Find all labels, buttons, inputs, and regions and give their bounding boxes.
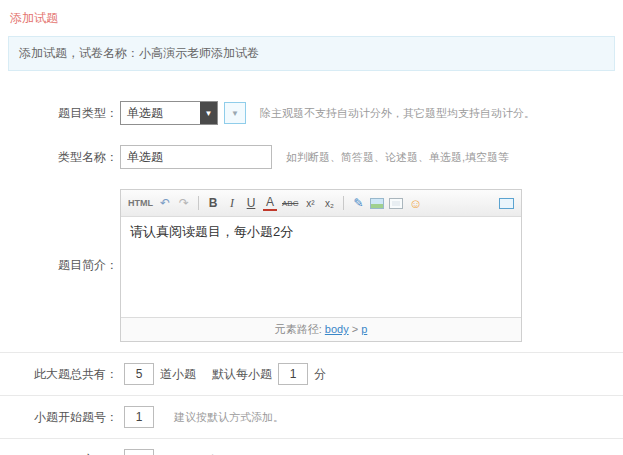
- screenshot-icon[interactable]: [389, 198, 403, 209]
- element-path-body-link[interactable]: body: [325, 323, 349, 335]
- subquestion-count-unit: 道小题: [160, 366, 196, 383]
- question-type-hint: 除主观题不支持自动计分外，其它题型均支持自动计分。: [260, 106, 535, 121]
- remove-format-icon[interactable]: ✎: [351, 194, 365, 212]
- default-score-unit: 分: [314, 366, 326, 383]
- total-subquestions-row: 此大题总共有： 道小题 默认每小题 分: [0, 352, 623, 395]
- question-type-dropdown-button[interactable]: ▼: [224, 102, 246, 124]
- intro-editor-content[interactable]: 请认真阅读题目，每小题2分: [121, 217, 521, 317]
- bold-icon[interactable]: B: [206, 194, 220, 212]
- toolbar-separator: [198, 196, 199, 210]
- font-color-icon[interactable]: A: [263, 196, 277, 211]
- chevron-down-icon: ▼: [231, 109, 239, 118]
- select-arrow-icon: ▼: [200, 102, 217, 124]
- start-number-hint: 建议按默认方式添加。: [174, 410, 284, 425]
- superscript-icon[interactable]: x²: [303, 194, 317, 212]
- total-subquestions-label: 此大题总共有：: [0, 366, 118, 383]
- default-score-input[interactable]: [278, 363, 308, 385]
- fullscreen-icon[interactable]: [499, 198, 514, 209]
- type-name-row: 类型名称： 如判断题、简答题、论述题、单选题,填空题等: [0, 135, 623, 179]
- question-type-row: 题目类型： 单选题 ▼ ▼ 除主观题不支持自动计分外，其它题型均支持自动计分。: [0, 91, 623, 135]
- add-question-form: 题目类型： 单选题 ▼ ▼ 除主观题不支持自动计分外，其它题型均支持自动计分。 …: [0, 91, 623, 455]
- underline-icon[interactable]: U: [244, 194, 258, 212]
- redo-icon[interactable]: ↷: [177, 194, 191, 212]
- insert-image-icon[interactable]: [370, 198, 384, 209]
- editor-status-bar: 元素路径: body > p: [121, 317, 521, 341]
- question-type-label: 题目类型：: [0, 105, 118, 122]
- intro-label: 题目简介：: [0, 257, 118, 274]
- start-number-row: 小题开始题号： 建议按默认方式添加。: [0, 395, 623, 438]
- default-score-label: 默认每小题: [212, 366, 272, 383]
- subquestion-count-input[interactable]: [124, 363, 154, 385]
- page-title: 添加试题: [0, 0, 623, 36]
- undo-icon[interactable]: ↶: [158, 194, 172, 212]
- sequence-label: 序号：: [0, 452, 118, 455]
- html-source-icon[interactable]: HTML: [128, 194, 153, 212]
- emoticon-icon[interactable]: ☺: [408, 194, 422, 212]
- element-path-separator: >: [349, 323, 362, 335]
- start-number-label: 小题开始题号：: [0, 409, 118, 426]
- element-path-p-link[interactable]: p: [361, 323, 367, 335]
- element-path-label: 元素路径:: [275, 323, 325, 335]
- question-type-selected-value: 单选题: [121, 105, 200, 122]
- start-number-input[interactable]: [124, 406, 154, 428]
- type-name-input[interactable]: [120, 145, 272, 169]
- question-type-select[interactable]: 单选题 ▼: [120, 101, 218, 125]
- info-bar: 添加试题，试卷名称：小高演示老师添加试卷: [8, 36, 615, 71]
- italic-icon[interactable]: I: [225, 194, 239, 212]
- toolbar-separator: [343, 196, 344, 210]
- strikethrough-icon[interactable]: ABC: [282, 194, 298, 212]
- editor-toolbar: HTML ↶ ↷ B I U A ABC x² x₂ ✎ ☺: [121, 190, 521, 217]
- type-name-label: 类型名称：: [0, 149, 118, 166]
- sequence-input[interactable]: [124, 449, 154, 455]
- intro-row: 题目简介： HTML ↶ ↷ B I U A ABC x² x₂ ✎: [0, 179, 623, 352]
- sequence-row: 序号： 数据越小排在越前面: [0, 438, 623, 455]
- type-name-hint: 如判断题、简答题、论述题、单选题,填空题等: [286, 150, 509, 165]
- subscript-icon[interactable]: x₂: [322, 194, 336, 212]
- rich-text-editor: HTML ↶ ↷ B I U A ABC x² x₂ ✎ ☺: [120, 189, 522, 342]
- page: 添加试题 添加试题，试卷名称：小高演示老师添加试卷 题目类型： 单选题 ▼ ▼ …: [0, 0, 623, 455]
